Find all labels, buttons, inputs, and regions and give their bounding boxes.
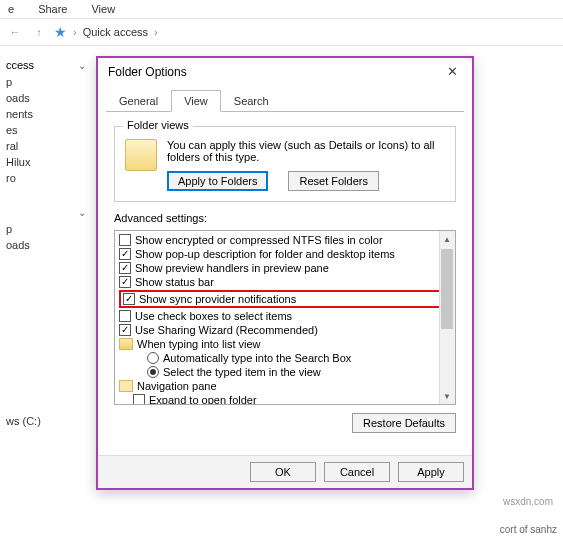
advanced-setting-item[interactable]: Use Sharing Wizard (Recommended) — [119, 323, 451, 337]
folder-icon — [119, 338, 133, 350]
radio-icon[interactable] — [147, 366, 159, 378]
advanced-settings-list[interactable]: Show encrypted or compressed NTFS files … — [114, 230, 456, 405]
dialog-title: Folder Options — [108, 65, 187, 79]
checkbox-icon[interactable] — [119, 324, 131, 336]
folder-views-group: Folder views You can apply this view (su… — [114, 126, 456, 202]
quick-access-icon: ★ — [54, 24, 67, 40]
advanced-setting-item[interactable]: Navigation pane — [119, 379, 451, 393]
sidebar-item-drive[interactable]: ws (C:) — [2, 413, 90, 429]
ribbon-tab[interactable]: e — [8, 3, 14, 15]
highlighted-setting: Show sync provider notifications — [119, 290, 451, 308]
advanced-setting-item[interactable]: Show encrypted or compressed NTFS files … — [119, 233, 451, 247]
scroll-thumb[interactable] — [441, 249, 453, 329]
advanced-setting-item[interactable]: Show pop-up description for folder and d… — [119, 247, 451, 261]
group-legend: Folder views — [123, 119, 193, 131]
folder-options-dialog: Folder Options ✕ General View Search Fol… — [96, 56, 474, 490]
restore-defaults-button[interactable]: Restore Defaults — [352, 413, 456, 433]
setting-label: Show preview handlers in preview pane — [135, 262, 329, 274]
ribbon-tab[interactable]: View — [91, 3, 115, 15]
sidebar-item[interactable]: oads — [2, 90, 90, 106]
setting-label: Navigation pane — [137, 380, 217, 392]
folder-icon — [125, 139, 157, 171]
checkbox-icon[interactable] — [119, 276, 131, 288]
checkbox-icon[interactable] — [119, 248, 131, 260]
tab-search[interactable]: Search — [221, 90, 282, 112]
sidebar-item[interactable]: p — [2, 221, 90, 237]
setting-label: Show sync provider notifications — [139, 293, 296, 305]
sidebar-item[interactable]: ro — [2, 170, 90, 186]
apply-button[interactable]: Apply — [398, 462, 464, 482]
reset-folders-button[interactable]: Reset Folders — [288, 171, 378, 191]
address-bar: ← ↑ ★ › Quick access › — [0, 18, 563, 46]
checkbox-icon[interactable] — [119, 234, 131, 246]
breadcrumb[interactable]: Quick access — [83, 26, 148, 38]
sidebar-item[interactable]: nents — [2, 106, 90, 122]
advanced-setting-item[interactable]: When typing into list view — [119, 337, 451, 351]
footer-text: cort of sanhz — [500, 524, 557, 535]
advanced-setting-item[interactable]: Automatically type into the Search Box — [119, 351, 451, 365]
checkbox-icon[interactable] — [123, 293, 135, 305]
scrollbar[interactable]: ▲ ▼ — [439, 231, 455, 404]
setting-label: Show encrypted or compressed NTFS files … — [135, 234, 383, 246]
advanced-setting-item[interactable]: Expand to open folder — [119, 393, 451, 405]
setting-label: Automatically type into the Search Box — [163, 352, 351, 364]
scroll-up-icon[interactable]: ▲ — [439, 231, 455, 247]
navigation-pane: ccess ⌄ p oads nents es ral Hilux ro ⌄ p… — [0, 56, 90, 429]
advanced-setting-item[interactable]: Use check boxes to select items — [119, 309, 451, 323]
watermark: wsxdn.com — [503, 496, 553, 507]
sidebar-item[interactable]: ral — [2, 138, 90, 154]
advanced-setting-item[interactable]: Show sync provider notifications — [123, 292, 447, 306]
chevron-right-icon: › — [154, 26, 158, 38]
radio-icon[interactable] — [147, 352, 159, 364]
advanced-settings-label: Advanced settings: — [114, 212, 456, 224]
ribbon-tab[interactable]: Share — [38, 3, 67, 15]
folder-views-desc: You can apply this view (such as Details… — [167, 139, 445, 163]
setting-label: Show pop-up description for folder and d… — [135, 248, 395, 260]
ribbon-tabs: e Share View — [0, 0, 563, 18]
setting-label: Use Sharing Wizard (Recommended) — [135, 324, 318, 336]
sidebar-item[interactable]: oads — [2, 237, 90, 253]
chevron-down-icon[interactable]: ⌄ — [78, 60, 86, 71]
tab-general[interactable]: General — [106, 90, 171, 112]
chevron-down-icon[interactable]: ⌄ — [78, 207, 86, 218]
checkbox-icon[interactable] — [119, 310, 131, 322]
tab-strip: General View Search — [98, 89, 472, 111]
checkbox-icon[interactable] — [133, 394, 145, 405]
scroll-down-icon[interactable]: ▼ — [439, 388, 455, 404]
setting-label: Select the typed item in the view — [163, 366, 321, 378]
checkbox-icon[interactable] — [119, 262, 131, 274]
sidebar-item[interactable]: es — [2, 122, 90, 138]
navigation-pane-icon — [119, 380, 133, 392]
setting-label: Use check boxes to select items — [135, 310, 292, 322]
setting-label: Expand to open folder — [149, 394, 257, 405]
up-button[interactable]: ↑ — [30, 23, 48, 41]
sidebar-item[interactable]: p — [2, 74, 90, 90]
back-button[interactable]: ← — [6, 23, 24, 41]
sidebar-item[interactable]: Hilux — [2, 154, 90, 170]
advanced-setting-item[interactable]: Select the typed item in the view — [119, 365, 451, 379]
ok-button[interactable]: OK — [250, 462, 316, 482]
advanced-setting-item[interactable]: Show status bar — [119, 275, 451, 289]
setting-label: When typing into list view — [137, 338, 261, 350]
close-icon[interactable]: ✕ — [443, 64, 462, 79]
setting-label: Show status bar — [135, 276, 214, 288]
cancel-button[interactable]: Cancel — [324, 462, 390, 482]
sidebar-group-header[interactable]: ccess — [6, 59, 34, 71]
advanced-setting-item[interactable]: Show preview handlers in preview pane — [119, 261, 451, 275]
apply-to-folders-button[interactable]: Apply to Folders — [167, 171, 268, 191]
tab-view[interactable]: View — [171, 90, 221, 112]
chevron-right-icon: › — [73, 26, 77, 38]
